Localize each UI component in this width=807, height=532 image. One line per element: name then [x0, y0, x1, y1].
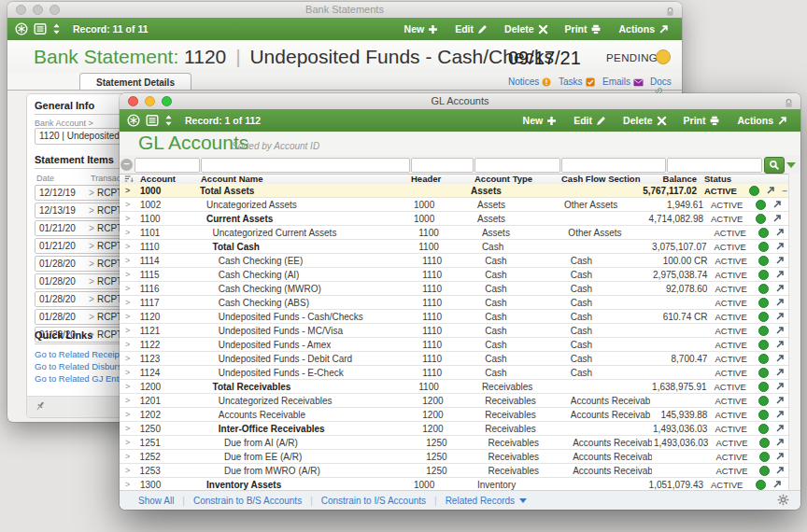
item-goto-chevron[interactable]: >: [86, 276, 97, 287]
row-expand-chevron[interactable]: >: [125, 340, 140, 349]
row-expand-chevron[interactable]: >: [125, 396, 140, 405]
footer-link-constrain-to-i-s-accounts[interactable]: Constrain to I/S Accounts: [321, 496, 426, 506]
row-expand-chevron[interactable]: >: [125, 438, 140, 447]
open-record-arrow-icon[interactable]: [772, 298, 787, 307]
row-expand-chevron[interactable]: >: [125, 298, 140, 307]
open-record-arrow-icon[interactable]: [772, 382, 787, 391]
tasks-link[interactable]: Tasks: [559, 77, 595, 87]
row-expand-chevron[interactable]: >: [125, 284, 140, 293]
pin-icon[interactable]: [35, 399, 46, 415]
filter-input-account[interactable]: [134, 158, 200, 173]
gl-account-row[interactable]: >1202Accounts Receivable1200ReceivablesA…: [120, 408, 800, 422]
open-record-arrow-icon[interactable]: [772, 340, 787, 349]
emails-link[interactable]: Emails: [602, 77, 644, 87]
gl-account-row[interactable]: >1250Inter-Office Receivables1200Receiva…: [120, 422, 800, 436]
print-button[interactable]: Print: [684, 115, 721, 126]
filter-input-account-name[interactable]: [201, 158, 410, 173]
gl-account-row[interactable]: >1116Cash Checking (MWRO)1110CashCash92,…: [120, 282, 800, 296]
footer-link-show-all[interactable]: Show All: [138, 496, 174, 506]
open-record-arrow-icon[interactable]: [772, 228, 787, 237]
open-record-arrow-icon[interactable]: [772, 326, 787, 335]
row-expand-chevron[interactable]: >: [125, 326, 140, 335]
col-balance[interactable]: Balance: [643, 175, 697, 184]
gl-window-titlebar[interactable]: GL Accounts: [120, 93, 800, 110]
open-record-arrow-icon[interactable]: [772, 410, 787, 419]
row-expand-chevron[interactable]: >: [125, 242, 140, 251]
open-record-arrow-icon[interactable]: [772, 284, 787, 293]
gl-account-row[interactable]: >1251Due from AI (A/R)1250ReceivablesAcc…: [120, 436, 800, 450]
row-expand-chevron[interactable]: >: [125, 480, 140, 489]
filter-input-account-type[interactable]: [474, 158, 560, 173]
row-expand-chevron[interactable]: >: [125, 312, 140, 321]
row-expand-chevron[interactable]: >: [125, 452, 140, 461]
row-expand-chevron[interactable]: >: [125, 270, 140, 279]
item-goto-chevron[interactable]: >: [86, 205, 97, 216]
gl-account-row[interactable]: >1123Undeposited Funds - Debit Card1110C…: [120, 352, 800, 366]
list-view-icon[interactable]: [146, 114, 159, 127]
tab-statement-details[interactable]: Statement Details: [79, 73, 191, 91]
gl-account-row[interactable]: >1115Cash Checking (AI)1110CashCash2,975…: [120, 268, 800, 282]
gear-icon[interactable]: [777, 494, 789, 508]
scrollbar-track[interactable]: [788, 174, 800, 492]
gl-account-row[interactable]: >1120Undeposited Funds - Cash/Checks1110…: [120, 310, 800, 324]
gl-account-row[interactable]: >1253Due from MWRO (A/R)1250ReceivablesA…: [120, 464, 800, 478]
item-goto-chevron[interactable]: >: [86, 312, 97, 322]
open-record-arrow-icon[interactable]: [772, 270, 787, 279]
row-expand-chevron[interactable]: >: [125, 200, 140, 209]
filemaker-window-icon[interactable]: [15, 22, 28, 35]
gl-account-row[interactable]: >1100Current Assets1000Assets4,714,082.9…: [120, 212, 800, 226]
footer-link-constrain-to-b-s-accounts[interactable]: Constrain to B/S Accounts: [193, 496, 302, 506]
col-cash-flow-section[interactable]: Cash Flow Section: [561, 175, 640, 184]
new-button[interactable]: New: [404, 23, 439, 35]
row-expand-chevron[interactable]: >: [125, 424, 140, 433]
bank-account-label[interactable]: Bank Account >: [35, 119, 93, 128]
row-expand-chevron[interactable]: >: [125, 214, 140, 223]
gl-account-row[interactable]: >1121Undeposited Funds - MC/Visa1110Cash…: [120, 324, 800, 338]
gl-account-row[interactable]: >1201Uncategorized Receivables1200Receiv…: [120, 394, 800, 408]
row-expand-chevron[interactable]: >: [125, 256, 140, 265]
gl-account-row[interactable]: >1114Cash Checking (EE)1110CashCash100.0…: [120, 254, 800, 268]
row-expand-chevron[interactable]: >: [125, 228, 140, 237]
gl-account-row[interactable]: >1101Uncategorized Current Assets1100Ass…: [120, 226, 800, 240]
list-view-icon[interactable]: [34, 22, 47, 35]
filemaker-window-icon[interactable]: [127, 114, 140, 127]
gl-account-row[interactable]: >1200Total Receivables1100Receivables1,6…: [120, 380, 800, 394]
delete-button[interactable]: Delete: [504, 23, 548, 35]
row-expand-chevron[interactable]: >: [125, 354, 140, 363]
open-record-arrow-icon[interactable]: [769, 200, 785, 209]
open-record-arrow-icon[interactable]: [772, 312, 787, 321]
related-records-menu[interactable]: Related Records: [446, 496, 527, 506]
actions-button[interactable]: Actions: [737, 115, 787, 126]
gl-account-row[interactable]: >1002Uncategorized Assets1000AssetsOther…: [120, 198, 800, 212]
row-expand-chevron[interactable]: >: [125, 466, 140, 475]
open-record-arrow-icon[interactable]: [772, 424, 787, 433]
open-record-arrow-icon[interactable]: [769, 480, 785, 489]
record-stepper-icon[interactable]: [51, 22, 62, 35]
gl-account-row[interactable]: >1117Cash Checking (ABS)1110CashCashACTI…: [120, 296, 800, 310]
edit-button[interactable]: Edit: [573, 115, 606, 126]
gl-account-row[interactable]: >1000Total AssetsAssets5,767,117.02ACTIV…: [120, 184, 800, 198]
open-record-arrow-icon[interactable]: [772, 368, 787, 377]
actions-button[interactable]: Actions: [618, 23, 669, 35]
col-account-type[interactable]: Account Type: [474, 175, 532, 184]
gl-account-row[interactable]: >1124Undeposited Funds - E-Check1110Cash…: [120, 366, 800, 380]
filter-input-balance[interactable]: [667, 158, 762, 173]
item-goto-chevron[interactable]: >: [86, 223, 97, 233]
open-record-arrow-icon[interactable]: [772, 256, 787, 265]
gl-account-row[interactable]: >1122Undeposited Funds - Amex1110CashCas…: [120, 338, 800, 352]
col-account[interactable]: Account: [140, 175, 176, 184]
row-expand-chevron[interactable]: >: [125, 382, 140, 391]
delete-button[interactable]: Delete: [623, 115, 667, 126]
filter-input-cash-flow[interactable]: [561, 158, 666, 173]
edit-button[interactable]: Edit: [455, 23, 488, 35]
open-record-arrow-icon[interactable]: [772, 466, 788, 475]
row-expand-chevron[interactable]: >: [125, 186, 140, 195]
col-status[interactable]: Status: [704, 175, 731, 184]
search-options-caret[interactable]: [786, 162, 796, 168]
open-record-arrow-icon[interactable]: [772, 242, 787, 251]
row-expand-chevron[interactable]: >: [125, 410, 140, 419]
print-button[interactable]: Print: [565, 23, 602, 35]
col-account-name[interactable]: Account Name: [201, 175, 263, 184]
open-record-arrow-icon[interactable]: [772, 354, 787, 363]
item-goto-chevron[interactable]: >: [86, 259, 97, 269]
